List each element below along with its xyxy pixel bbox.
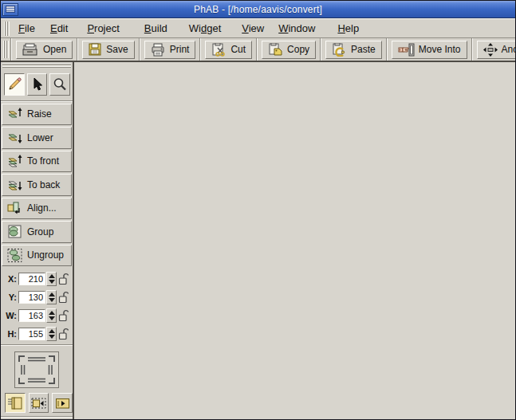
move-into-button[interactable]: Move Into bbox=[392, 41, 467, 59]
unlock-icon bbox=[58, 273, 69, 285]
spin-down-icon[interactable] bbox=[49, 298, 55, 302]
pointer-icon bbox=[30, 77, 45, 92]
panel-stack-icon bbox=[7, 397, 22, 410]
menu-edit[interactable]: Edit bbox=[50, 22, 68, 34]
menu-view[interactable]: View bbox=[242, 22, 264, 34]
h-spinner[interactable] bbox=[46, 327, 57, 341]
align-icon bbox=[6, 201, 24, 216]
w-input[interactable] bbox=[18, 309, 45, 322]
module-tree-button[interactable] bbox=[5, 393, 26, 413]
raise-icon bbox=[6, 107, 24, 122]
geometry-row-w: W: bbox=[3, 306, 73, 324]
to-front-button[interactable]: To front bbox=[2, 151, 72, 173]
spin-down-icon[interactable] bbox=[49, 335, 55, 339]
hamburger-icon bbox=[6, 6, 15, 13]
sidepanel-grip[interactable] bbox=[2, 63, 71, 69]
x-input[interactable] bbox=[18, 273, 45, 285]
w-label: W: bbox=[3, 311, 17, 320]
save-button[interactable]: Save bbox=[82, 41, 134, 59]
spin-down-icon[interactable] bbox=[49, 316, 55, 320]
menu-window[interactable]: Window bbox=[278, 22, 315, 34]
paste-icon bbox=[332, 43, 347, 57]
open-icon bbox=[22, 43, 39, 57]
menu-widget[interactable]: Widget bbox=[189, 22, 221, 34]
anchoring-toggle-button[interactable]: Anchoring On bbox=[477, 41, 516, 59]
collapse-panel-button[interactable] bbox=[29, 393, 49, 413]
magnifier-icon bbox=[53, 77, 67, 92]
copy-button[interactable]: Copy bbox=[262, 41, 316, 59]
spin-up-icon[interactable] bbox=[49, 329, 55, 333]
cut-icon bbox=[211, 43, 226, 57]
menu-file[interactable]: File bbox=[18, 22, 35, 34]
anchor-editor[interactable] bbox=[1, 347, 73, 391]
window-menu-button[interactable] bbox=[2, 3, 18, 16]
spin-up-icon[interactable] bbox=[49, 292, 55, 296]
menu-project[interactable]: Project bbox=[87, 22, 119, 34]
unlock-icon bbox=[58, 328, 69, 340]
geometry-panel: X: Y: bbox=[1, 268, 73, 343]
select-tool-button[interactable] bbox=[27, 73, 48, 96]
group-icon bbox=[6, 224, 24, 239]
menubar: File Edit Project Build Widget View Wind… bbox=[1, 18, 515, 37]
raise-button[interactable]: Raise bbox=[2, 104, 72, 126]
x-lock-button[interactable] bbox=[58, 273, 69, 285]
print-button[interactable]: Print bbox=[144, 41, 196, 59]
collapse-panel-icon bbox=[31, 397, 46, 410]
ungroup-icon bbox=[6, 248, 24, 263]
divider bbox=[1, 344, 73, 346]
unlock-icon bbox=[58, 309, 69, 322]
group-button[interactable]: Group bbox=[2, 221, 72, 243]
y-spinner[interactable] bbox=[46, 290, 57, 304]
tool-mode-row bbox=[1, 71, 73, 99]
spin-up-icon[interactable] bbox=[49, 274, 55, 278]
to-back-button[interactable]: To back bbox=[2, 174, 72, 196]
titlebar: PhAB - [/home/aavis/convert] bbox=[1, 1, 515, 18]
move-into-icon bbox=[398, 43, 415, 57]
toolbar: Open Save bbox=[1, 37, 515, 62]
geometry-row-h: H: bbox=[3, 324, 73, 343]
divider bbox=[1, 416, 73, 418]
h-input[interactable] bbox=[18, 328, 45, 340]
x-label: X: bbox=[3, 274, 17, 284]
spin-down-icon[interactable] bbox=[49, 280, 55, 284]
view-toggle-row bbox=[1, 391, 73, 414]
w-lock-button[interactable] bbox=[58, 309, 69, 322]
to-front-icon bbox=[6, 154, 24, 169]
pencil-icon bbox=[6, 77, 22, 92]
design-canvas[interactable] bbox=[74, 62, 515, 419]
lower-icon bbox=[6, 130, 24, 145]
anchoring-icon bbox=[483, 43, 498, 57]
to-back-icon bbox=[6, 177, 24, 192]
ungroup-button[interactable]: Ungroup bbox=[2, 245, 72, 267]
y-label: Y: bbox=[3, 292, 17, 302]
w-spinner[interactable] bbox=[46, 308, 57, 323]
print-icon bbox=[151, 43, 166, 57]
h-label: H: bbox=[3, 329, 17, 339]
lower-button[interactable]: Lower bbox=[2, 127, 72, 149]
geometry-row-x: X: bbox=[3, 269, 73, 288]
expand-panel-button[interactable] bbox=[52, 393, 73, 413]
x-spinner[interactable] bbox=[46, 272, 57, 286]
window-title: PhAB - [/home/aavis/convert] bbox=[18, 4, 515, 15]
draw-tool-button[interactable] bbox=[4, 73, 25, 96]
paste-button[interactable]: Paste bbox=[325, 41, 382, 59]
h-lock-button[interactable] bbox=[58, 328, 69, 340]
toolbar-grip[interactable] bbox=[3, 41, 9, 58]
anchor-frame-icon bbox=[14, 351, 59, 388]
menu-build[interactable]: Build bbox=[144, 22, 167, 34]
y-lock-button[interactable] bbox=[58, 291, 69, 304]
menu-help[interactable]: Help bbox=[337, 22, 359, 34]
align-button[interactable]: Align... bbox=[2, 198, 72, 220]
menubar-grip[interactable] bbox=[4, 22, 10, 36]
cut-button[interactable]: Cut bbox=[205, 41, 252, 59]
spin-up-icon[interactable] bbox=[49, 311, 55, 315]
unlock-icon bbox=[58, 291, 69, 304]
zoom-tool-button[interactable] bbox=[49, 73, 70, 96]
open-button[interactable]: Open bbox=[16, 41, 73, 59]
y-input[interactable] bbox=[18, 291, 45, 304]
divider bbox=[1, 100, 73, 102]
phab-window: PhAB - [/home/aavis/convert] File Edit P… bbox=[0, 0, 516, 420]
copy-icon bbox=[268, 43, 283, 57]
expand-panel-icon bbox=[55, 397, 70, 410]
save-icon bbox=[89, 43, 102, 57]
